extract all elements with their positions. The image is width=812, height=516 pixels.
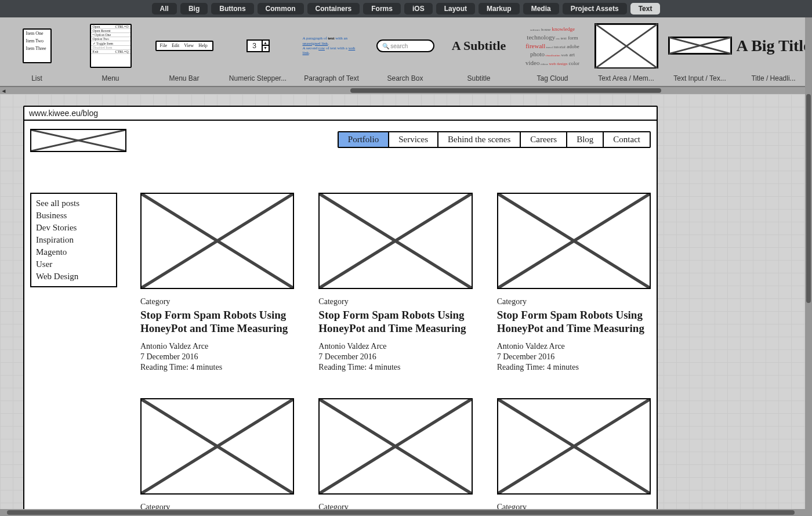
category-tab-markup[interactable]: Markup xyxy=(478,3,520,15)
category-tab-containers[interactable]: Containers xyxy=(307,3,360,15)
gallery-scroll-track[interactable] xyxy=(8,88,804,93)
card-image-placeholder xyxy=(497,398,651,495)
sidebar-item-inspiration[interactable]: Inspiration xyxy=(36,234,111,246)
gallery-preview: 3▲▼ xyxy=(226,21,290,71)
nav-tab-careers[interactable]: Careers xyxy=(521,132,567,147)
category-tab-all[interactable]: All xyxy=(152,3,177,15)
gallery-item-search-box[interactable]: 🔍 searchSearch Box xyxy=(368,21,442,82)
gallery-item-label: Text Input / Tex... xyxy=(673,74,726,82)
gallery-preview: A Subtitle xyxy=(447,21,511,71)
browser-window-mockup[interactable]: www.kiwee.eu/blog PortfolioServicesBehin… xyxy=(23,106,658,509)
gallery-item-label: Search Box xyxy=(387,74,423,82)
sidebar-item-business[interactable]: Business xyxy=(36,210,111,222)
sidebar-item-user[interactable]: User xyxy=(36,258,111,270)
blog-card[interactable]: Category Stop Form Spam Robots Using Hon… xyxy=(497,193,651,373)
gallery-item-label: Numeric Stepper... xyxy=(229,74,287,82)
gallery-item-label: Subtitle xyxy=(467,74,490,82)
logo-placeholder[interactable] xyxy=(30,129,126,152)
blog-card-grid: Category Stop Form Spam Robots Using Hon… xyxy=(140,193,651,509)
card-title: Stop Form Spam Robots Using HoneyPot and… xyxy=(497,309,651,335)
category-tab-project-assets[interactable]: Project Assets xyxy=(563,3,627,15)
gallery-item-numeric-stepper-[interactable]: 3▲▼Numeric Stepper... xyxy=(221,21,295,82)
blog-card[interactable]: Category Stop Form Spam Robots Using Hon… xyxy=(140,398,294,509)
gallery-item-label: List xyxy=(31,74,42,82)
gallery-preview xyxy=(668,21,732,71)
card-meta: Antonio Valdez Arce7 December 2016Readin… xyxy=(497,341,651,373)
gallery-preview: FileEditViewHelp xyxy=(153,21,216,71)
category-tabs-bar: AllBigButtonsCommonContainersFormsiOSLay… xyxy=(0,0,812,17)
gallery-preview xyxy=(594,21,658,71)
site-nav-tabs: PortfolioServicesBehind the scenesCareer… xyxy=(338,131,651,148)
card-meta: Antonio Valdez Arce7 December 2016Readin… xyxy=(140,341,294,373)
card-category: Category xyxy=(497,503,651,509)
card-category: Category xyxy=(318,503,472,509)
gallery-item-subtitle[interactable]: A SubtitleSubtitle xyxy=(442,21,516,82)
category-tab-forms[interactable]: Forms xyxy=(363,3,401,15)
gallery-item-label: Menu xyxy=(102,74,119,82)
gallery-item-text-input-tex-[interactable]: Text Input / Tex... xyxy=(663,21,737,82)
nav-tab-services[interactable]: Services xyxy=(389,132,438,147)
canvas-vscroll-thumb[interactable] xyxy=(806,94,811,303)
gallery-scrollbar[interactable]: ◄ ► xyxy=(0,87,812,94)
card-category: Category xyxy=(140,503,294,509)
gallery-item-menu-bar[interactable]: FileEditViewHelpMenu Bar xyxy=(147,21,221,82)
sidebar-item-dev-stories[interactable]: Dev Stories xyxy=(36,222,111,234)
gallery-item-tag-cloud[interactable]: software house knowledge technology css … xyxy=(516,21,589,82)
category-tab-media[interactable]: Media xyxy=(523,3,559,15)
gallery-item-label: Title / Headli... xyxy=(751,74,795,82)
gallery-item-label: Text Area / Mem... xyxy=(598,74,654,82)
canvas-hscroll-thumb[interactable] xyxy=(7,510,795,515)
canvas-horizontal-scrollbar[interactable] xyxy=(0,509,812,516)
sidebar-item-magento[interactable]: Magento xyxy=(36,246,111,258)
blog-card[interactable]: Category Stop Form Spam Robots Using Hon… xyxy=(318,398,472,509)
design-canvas[interactable]: www.kiwee.eu/blog PortfolioServicesBehin… xyxy=(0,94,805,509)
gallery-item-label: Tag Cloud xyxy=(536,74,568,82)
gallery-scroll-thumb[interactable] xyxy=(350,88,661,93)
category-tab-buttons[interactable]: Buttons xyxy=(211,3,253,15)
card-image-placeholder xyxy=(497,193,651,289)
gallery-item-label: Menu Bar xyxy=(169,74,199,82)
gallery-preview: Item OneItem TwoItem Three xyxy=(5,21,69,71)
card-image-placeholder xyxy=(140,398,294,495)
gallery-preview: OpenCTRL+OOpen Recent• Option OneOption … xyxy=(79,21,143,71)
category-tab-layout[interactable]: Layout xyxy=(436,3,475,15)
gallery-preview: 🔍 search xyxy=(374,21,437,71)
card-image-placeholder xyxy=(318,398,472,495)
blog-card[interactable]: Category Stop Form Spam Robots Using Hon… xyxy=(318,193,472,373)
sidebar-item-web-design[interactable]: Web Design xyxy=(36,270,111,283)
address-bar[interactable]: www.kiwee.eu/blog xyxy=(24,107,657,121)
category-tab-ios[interactable]: iOS xyxy=(404,3,433,15)
card-category: Category xyxy=(497,297,651,306)
gallery-preview: software house knowledge technology css … xyxy=(521,21,585,71)
gallery-preview: A paragraph of text with an unassigned l… xyxy=(300,21,364,71)
gallery-item-text-area-mem-[interactable]: Text Area / Mem... xyxy=(589,21,663,82)
gallery-preview: A Big Title xyxy=(742,21,806,71)
nav-tab-behind-the-scenes[interactable]: Behind the scenes xyxy=(438,132,521,147)
nav-tab-blog[interactable]: Blog xyxy=(567,132,604,147)
card-category: Category xyxy=(140,297,294,306)
scroll-left-icon[interactable]: ◄ xyxy=(0,87,8,95)
sidebar-item-see-all-posts[interactable]: See all posts xyxy=(36,197,111,210)
category-tab-common[interactable]: Common xyxy=(258,3,304,15)
card-title: Stop Form Spam Robots Using HoneyPot and… xyxy=(318,309,472,335)
card-image-placeholder xyxy=(140,193,294,289)
gallery-item-menu[interactable]: OpenCTRL+OOpen Recent• Option OneOption … xyxy=(74,21,147,82)
gallery-item-label: Paragraph of Text xyxy=(304,74,359,82)
gallery-item-list[interactable]: Item OneItem TwoItem ThreeList xyxy=(0,21,74,82)
category-tab-big[interactable]: Big xyxy=(180,3,208,15)
card-category: Category xyxy=(318,297,472,306)
blog-card[interactable]: Category Stop Form Spam Robots Using Hon… xyxy=(140,193,294,373)
card-meta: Antonio Valdez Arce7 December 2016Readin… xyxy=(318,341,472,373)
gallery-item-paragraph-of-text[interactable]: A paragraph of text with an unassigned l… xyxy=(295,21,368,82)
category-tab-text[interactable]: Text xyxy=(630,3,661,15)
nav-tab-portfolio[interactable]: Portfolio xyxy=(339,132,389,147)
nav-tab-contact[interactable]: Contact xyxy=(604,132,650,147)
component-gallery: Item OneItem TwoItem ThreeListOpenCTRL+O… xyxy=(0,17,812,87)
card-title: Stop Form Spam Robots Using HoneyPot and… xyxy=(140,309,294,335)
canvas-vertical-scrollbar[interactable] xyxy=(805,17,812,509)
card-image-placeholder xyxy=(318,193,472,289)
blog-card[interactable]: Category Stop Form Spam Robots Using Hon… xyxy=(497,398,651,509)
gallery-item-title-headli-[interactable]: A Big TitleTitle / Headli... xyxy=(737,21,810,82)
category-sidebar: See all postsBusinessDev StoriesInspirat… xyxy=(30,193,117,287)
